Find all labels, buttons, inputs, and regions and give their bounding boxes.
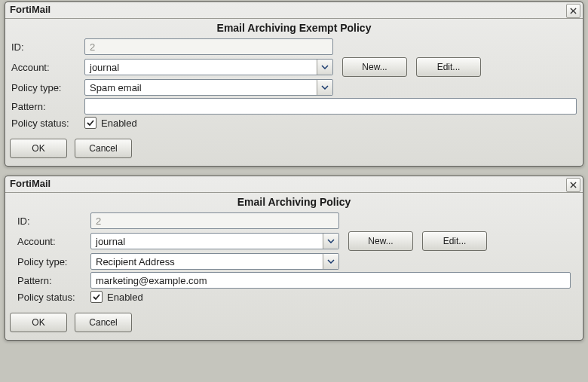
chevron-down-icon bbox=[317, 60, 332, 75]
account-select[interactable]: journal bbox=[90, 233, 339, 249]
account-label: Account: bbox=[11, 62, 84, 73]
cancel-button[interactable]: Cancel bbox=[75, 139, 132, 158]
dialog-heading: Email Archiving Policy bbox=[5, 196, 583, 208]
chevron-down-icon bbox=[323, 234, 338, 249]
dialog-heading: Email Archiving Exempt Policy bbox=[5, 22, 583, 34]
close-button[interactable] bbox=[566, 178, 580, 192]
pattern-label: Pattern: bbox=[17, 275, 90, 286]
pattern-input[interactable] bbox=[84, 98, 577, 115]
chevron-down-icon bbox=[323, 254, 338, 269]
titlebar: FortiMail bbox=[5, 2, 583, 19]
form: ID: 2 Account: journal New... Edit... Po… bbox=[5, 38, 583, 133]
edit-button[interactable]: Edit... bbox=[416, 57, 481, 77]
enabled-text: Enabled bbox=[107, 292, 143, 303]
policy-type-value: Spam email bbox=[90, 82, 142, 93]
id-field: 2 bbox=[90, 212, 339, 229]
ok-button[interactable]: OK bbox=[10, 313, 67, 332]
policy-type-label: Policy type: bbox=[11, 82, 84, 93]
policy-type-value: Recipient Address bbox=[96, 256, 175, 267]
ok-button[interactable]: OK bbox=[10, 139, 67, 158]
close-icon bbox=[570, 5, 577, 17]
edit-button[interactable]: Edit... bbox=[422, 231, 487, 251]
account-value: journal bbox=[90, 62, 119, 73]
policy-type-select[interactable]: Recipient Address bbox=[90, 253, 339, 270]
close-icon bbox=[570, 179, 577, 191]
enabled-checkbox[interactable] bbox=[84, 117, 96, 129]
window-title: FortiMail bbox=[10, 4, 51, 15]
window-title: FortiMail bbox=[10, 178, 51, 189]
pattern-input[interactable]: marketing@example.com bbox=[90, 272, 571, 289]
dialog-actions: OK Cancel bbox=[5, 307, 583, 340]
close-button[interactable] bbox=[566, 4, 580, 18]
check-icon bbox=[87, 118, 94, 129]
dialog-exempt-policy: FortiMail Email Archiving Exempt Policy … bbox=[5, 2, 583, 167]
account-select[interactable]: journal bbox=[84, 59, 333, 75]
enabled-checkbox[interactable] bbox=[90, 291, 103, 303]
new-button[interactable]: New... bbox=[342, 57, 407, 77]
pattern-label: Pattern: bbox=[11, 101, 84, 112]
policy-status-label: Policy status: bbox=[17, 292, 90, 303]
dialog-actions: OK Cancel bbox=[5, 133, 583, 166]
account-value: journal bbox=[96, 236, 125, 247]
form: ID: 2 Account: journal New... Edit... Po… bbox=[5, 212, 583, 307]
check-icon bbox=[93, 292, 100, 303]
enabled-text: Enabled bbox=[101, 118, 137, 129]
id-label: ID: bbox=[11, 41, 84, 53]
new-button[interactable]: New... bbox=[348, 231, 413, 251]
dialog-archiving-policy: FortiMail Email Archiving Policy ID: 2 A… bbox=[5, 176, 583, 341]
cancel-button[interactable]: Cancel bbox=[75, 313, 132, 332]
id-label: ID: bbox=[17, 215, 90, 227]
titlebar: FortiMail bbox=[5, 176, 583, 193]
policy-type-select[interactable]: Spam email bbox=[84, 79, 333, 96]
id-field: 2 bbox=[84, 38, 333, 55]
policy-status-label: Policy status: bbox=[11, 118, 84, 129]
policy-type-label: Policy type: bbox=[17, 256, 90, 267]
account-label: Account: bbox=[17, 236, 90, 247]
chevron-down-icon bbox=[317, 80, 332, 95]
